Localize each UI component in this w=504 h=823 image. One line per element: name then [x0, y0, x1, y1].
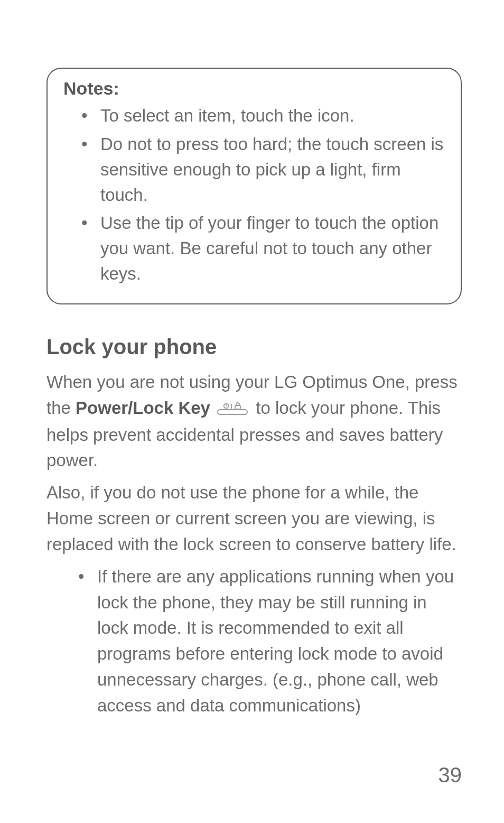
notes-item: Do not to press too hard; the touch scre… [63, 132, 448, 208]
notes-box: Notes: To select an item, touch the icon… [46, 68, 462, 304]
notes-title: Notes: [63, 78, 448, 99]
paragraph: When you are not using your LG Optimus O… [46, 369, 462, 474]
svg-rect-4 [235, 405, 240, 409]
page-number: 39 [438, 763, 462, 787]
svg-rect-0 [218, 410, 247, 414]
list-item: If there are any applications running wh… [46, 564, 462, 719]
section-heading: Lock your phone [46, 335, 462, 359]
body-bullet-list: If there are any applications running wh… [46, 564, 462, 719]
power-lock-key-label: Power/Lock Key [76, 398, 210, 418]
notes-list: To select an item, touch the icon. Do no… [63, 103, 448, 286]
power-lock-key-icon [217, 396, 248, 422]
notes-item: To select an item, touch the icon. [63, 103, 448, 128]
paragraph: Also, if you do not use the phone for a … [46, 480, 462, 557]
notes-item: Use the tip of your finger to touch the … [63, 210, 448, 286]
